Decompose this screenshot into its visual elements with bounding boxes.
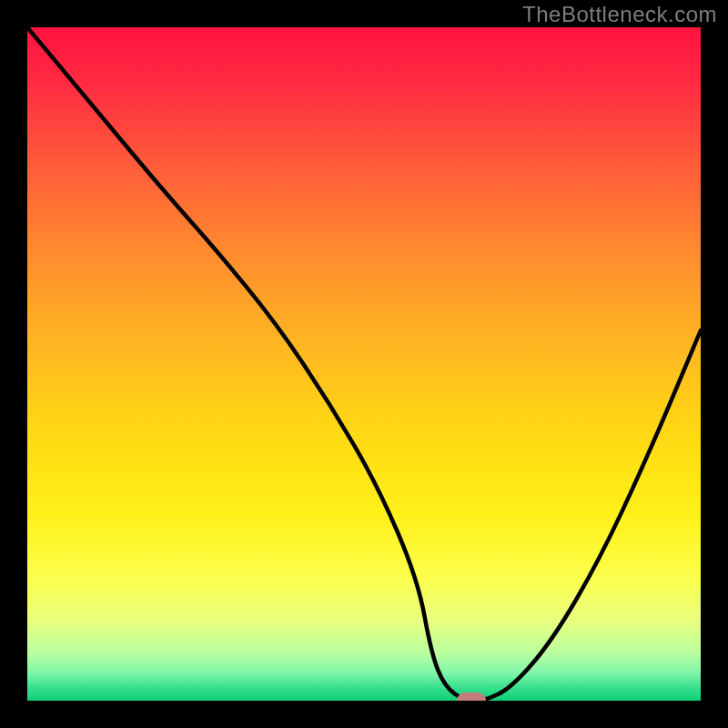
plot-area <box>27 27 701 701</box>
watermark-text: TheBottleneck.com <box>522 2 717 27</box>
bottleneck-curve <box>27 27 701 701</box>
chart-frame: TheBottleneck.com <box>0 0 728 728</box>
optimal-point-marker <box>457 693 486 701</box>
curve-path <box>27 27 701 701</box>
